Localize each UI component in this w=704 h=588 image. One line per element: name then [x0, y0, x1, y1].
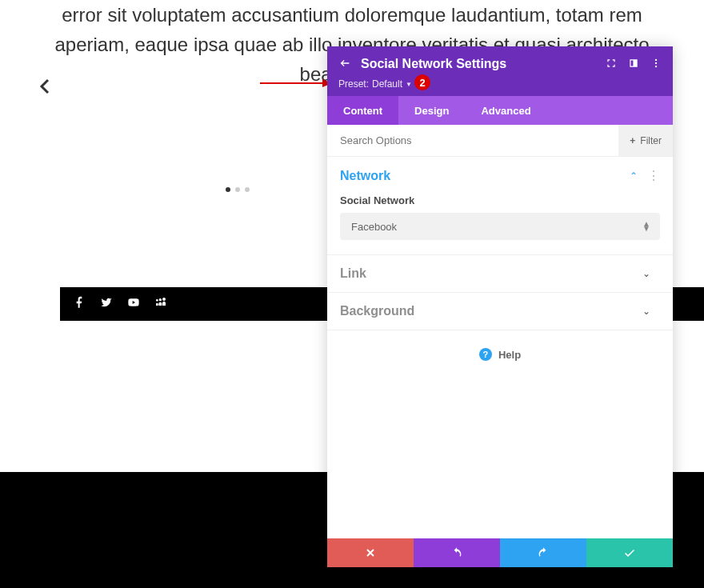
myspace-icon[interactable]	[154, 296, 167, 312]
slider-dots[interactable]	[226, 187, 250, 192]
section-more-icon[interactable]: ⋮	[647, 168, 660, 183]
svg-point-5	[655, 58, 657, 60]
tab-content[interactable]: Content	[327, 96, 398, 125]
section-header-background[interactable]: Background ⌄	[327, 293, 673, 330]
slider-prev-arrow[interactable]	[36, 74, 55, 102]
cancel-button[interactable]	[327, 538, 414, 567]
more-icon[interactable]	[650, 58, 662, 71]
expand-icon[interactable]	[606, 58, 617, 71]
chevron-down-icon: ⌄	[642, 306, 650, 317]
section-title: Link	[340, 266, 642, 281]
slider-dot[interactable]	[235, 187, 240, 192]
preset-value: Default	[372, 78, 402, 90]
section-body-network: Social Network Facebook ▲▼	[327, 194, 673, 254]
panel-tabs: Content Design Advanced	[327, 96, 673, 125]
panel-title: Social Network Settings	[361, 57, 506, 71]
help-icon: ?	[479, 348, 492, 361]
section-header-network[interactable]: Network ⌃ ⋮	[327, 157, 673, 194]
svg-point-6	[655, 62, 657, 63]
undo-button[interactable]	[414, 538, 500, 567]
facebook-icon[interactable]	[73, 296, 86, 312]
redo-button[interactable]	[500, 538, 586, 567]
back-icon[interactable]	[338, 57, 351, 72]
chevron-down-icon: ▼	[406, 81, 412, 88]
svg-point-7	[655, 65, 657, 66]
snap-icon[interactable]	[628, 58, 639, 71]
save-button[interactable]	[586, 538, 673, 567]
youtube-icon[interactable]	[127, 296, 140, 312]
filter-button[interactable]: +Filter	[618, 125, 673, 156]
field-label-social-network: Social Network	[340, 194, 660, 206]
svg-point-2	[162, 298, 166, 301]
search-input[interactable]	[327, 134, 618, 146]
social-network-select[interactable]: Facebook ▲▼	[340, 213, 660, 240]
filter-label: Filter	[640, 135, 662, 146]
panel-header: Social Network Settings Preset: Default …	[327, 46, 673, 96]
settings-panel: Social Network Settings Preset: Default …	[327, 46, 673, 567]
annotation-number-badge: 2	[414, 74, 430, 90]
tab-advanced[interactable]: Advanced	[465, 96, 546, 125]
help-link[interactable]: ? Help	[327, 330, 673, 378]
select-value: Facebook	[351, 221, 397, 233]
slider-dot[interactable]	[226, 187, 230, 192]
search-row: +Filter	[327, 125, 673, 157]
panel-footer	[327, 538, 673, 567]
twitter-icon[interactable]	[100, 296, 113, 312]
select-updown-icon: ▲▼	[642, 222, 650, 231]
tab-design[interactable]: Design	[398, 96, 465, 125]
panel-body: +Filter Network ⌃ ⋮ Social Network Faceb…	[327, 125, 673, 538]
preset-label: Preset:	[338, 78, 369, 90]
chevron-up-icon: ⌃	[630, 170, 638, 182]
section-header-link[interactable]: Link ⌄	[327, 255, 673, 292]
plus-icon: +	[630, 135, 635, 146]
chevron-down-icon: ⌄	[642, 268, 650, 279]
section-title: Background	[340, 304, 642, 318]
preset-selector[interactable]: Preset: Default ▼	[338, 78, 662, 90]
help-label: Help	[498, 349, 521, 361]
svg-point-1	[159, 298, 162, 301]
section-title: Network	[340, 169, 630, 183]
svg-point-0	[156, 299, 158, 302]
slider-dot[interactable]	[245, 187, 250, 192]
